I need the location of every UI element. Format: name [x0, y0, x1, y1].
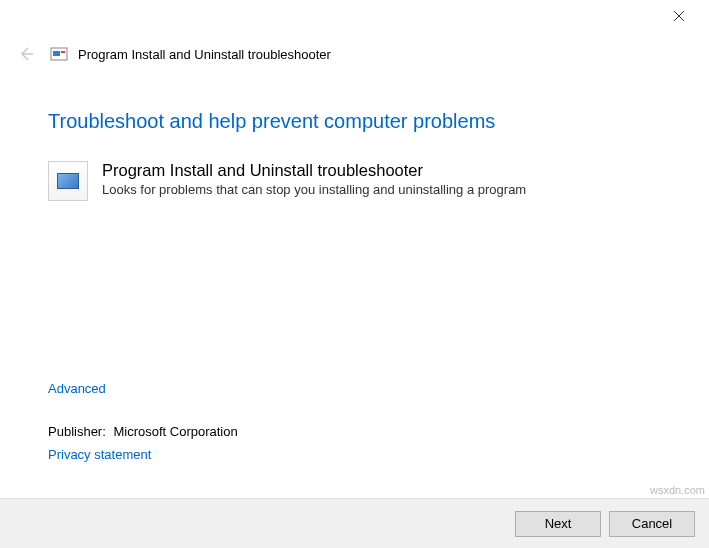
window-title: Program Install and Uninstall troublesho…	[78, 47, 331, 62]
footer: Next Cancel	[0, 498, 709, 548]
troubleshooter-text: Program Install and Uninstall troublesho…	[102, 161, 526, 197]
content-area: Troubleshoot and help prevent computer p…	[0, 110, 709, 462]
troubleshooter-icon	[48, 161, 88, 201]
next-button[interactable]: Next	[515, 511, 601, 537]
item-title: Program Install and Uninstall troublesho…	[102, 161, 526, 180]
svg-rect-5	[61, 51, 65, 53]
page-heading: Troubleshoot and help prevent computer p…	[48, 110, 669, 133]
cancel-button[interactable]: Cancel	[609, 511, 695, 537]
arrow-left-icon	[18, 46, 34, 62]
close-icon	[673, 10, 685, 22]
publisher-row: Publisher: Microsoft Corporation	[48, 424, 669, 439]
watermark: wsxdn.com	[650, 484, 705, 496]
svg-rect-4	[53, 51, 60, 56]
privacy-row: Privacy statement	[48, 447, 669, 462]
header-row: Program Install and Uninstall troublesho…	[0, 32, 709, 86]
publisher-label: Publisher:	[48, 424, 106, 439]
lower-section: Advanced Publisher: Microsoft Corporatio…	[48, 381, 669, 462]
back-button	[12, 40, 40, 68]
close-button[interactable]	[661, 2, 697, 30]
window-icon	[50, 45, 68, 63]
titlebar	[0, 0, 709, 32]
advanced-link[interactable]: Advanced	[48, 381, 106, 396]
item-description: Looks for problems that can stop you ins…	[102, 182, 526, 197]
publisher-name: Microsoft Corporation	[113, 424, 237, 439]
privacy-link[interactable]: Privacy statement	[48, 447, 151, 462]
troubleshooter-item: Program Install and Uninstall troublesho…	[48, 161, 669, 201]
